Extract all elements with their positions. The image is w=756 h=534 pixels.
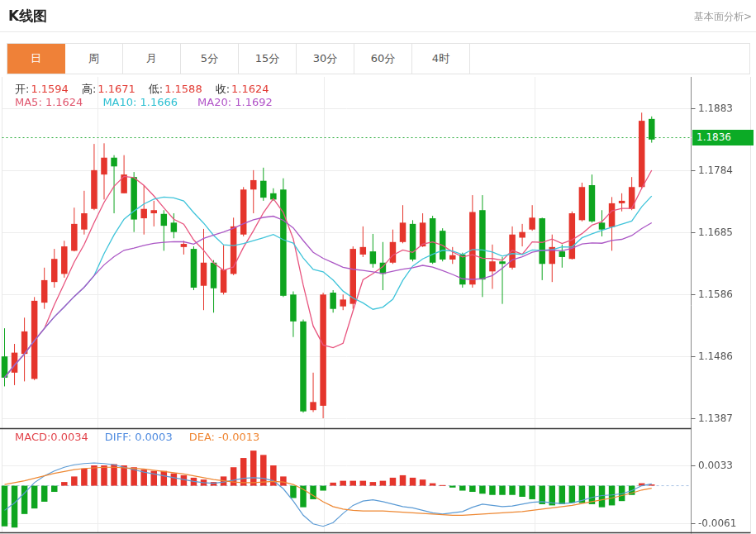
- tab-5min[interactable]: 5分: [181, 44, 239, 74]
- ma10-group: MA10: 1.1666: [102, 96, 178, 108]
- macd-readout: MACD:0.0034 DIFF: 0.0003 DEA: -0.0013: [15, 431, 259, 443]
- page-title: K线图: [8, 7, 47, 26]
- ma5-group: MA5: 1.1624: [15, 96, 83, 108]
- high-group: 高:1.1671: [82, 82, 136, 97]
- close-group: 收:1.1624: [216, 82, 269, 97]
- price-axis-label: 1.1486: [698, 350, 733, 362]
- tab-bar-filler: [470, 44, 749, 74]
- period-tab-bar: 日 周 月 5分 15分 30分 60分 4时: [7, 43, 750, 74]
- dea-value: -0.0013: [218, 431, 259, 443]
- low-value: 1.1588: [164, 83, 202, 95]
- diff-group: DIFF: 0.0003: [105, 431, 173, 443]
- tab-4hour[interactable]: 4时: [412, 44, 470, 74]
- ma10-label: MA10:: [102, 96, 140, 108]
- kline-widget: K线图 基本面分析> 日 周 月 5分 15分 30分 60分 4时 开:1.1…: [0, 0, 756, 534]
- open-group: 开:1.1594: [15, 82, 69, 97]
- ohlc-readout: 开:1.1594 高:1.1671 低:1.1588 收:1.1624: [15, 82, 269, 97]
- price-axis-label: 1.1586: [698, 288, 733, 300]
- high-value: 1.1671: [97, 83, 136, 95]
- ma-readout: MA5: 1.1624 MA10: 1.1666 MA20: 1.1692: [15, 96, 273, 108]
- tab-30min[interactable]: 30分: [297, 44, 354, 74]
- tab-15min[interactable]: 15分: [239, 44, 297, 74]
- ma20-group: MA20: 1.1692: [197, 96, 273, 108]
- diff-label: DIFF:: [105, 431, 135, 443]
- price-axis-label: 1.1685: [698, 226, 733, 238]
- tab-week[interactable]: 周: [65, 44, 123, 74]
- macd-label: MACD:: [15, 431, 50, 443]
- high-label: 高:: [82, 83, 96, 95]
- macd-group: MACD:0.0034: [15, 431, 88, 443]
- current-price-badge: 1.1836: [692, 130, 754, 145]
- dea-group: DEA: -0.0013: [189, 431, 260, 443]
- ma20-value: 1.1692: [235, 96, 273, 108]
- close-label: 收:: [216, 83, 230, 95]
- open-label: 开:: [15, 83, 29, 95]
- low-label: 低:: [149, 83, 163, 95]
- open-value: 1.1594: [31, 83, 69, 95]
- header-divider: [0, 31, 756, 32]
- price-axis-label: 1.1784: [698, 164, 733, 176]
- kline-chart-canvas[interactable]: [0, 0, 756, 534]
- ma20-label: MA20:: [197, 96, 235, 108]
- dea-label: DEA:: [189, 431, 218, 443]
- price-axis-label: 1.1387: [698, 412, 733, 424]
- macd-axis-label: 0.0033: [698, 460, 733, 471]
- macd-axis-label: -0.0061: [698, 517, 736, 529]
- diff-value: 0.0003: [135, 431, 173, 443]
- price-axis-label: 1.1883: [698, 103, 733, 114]
- low-group: 低:1.1588: [149, 82, 202, 97]
- fundamental-analysis-link[interactable]: 基本面分析>: [694, 10, 752, 24]
- ma5-label: MA5:: [15, 96, 45, 108]
- tab-60min[interactable]: 60分: [354, 44, 412, 74]
- macd-value: 0.0034: [50, 431, 88, 443]
- ma10-value: 1.1666: [140, 96, 178, 108]
- close-value: 1.1624: [231, 83, 269, 95]
- tab-day[interactable]: 日: [7, 44, 65, 74]
- tab-month[interactable]: 月: [123, 44, 181, 74]
- ma5-value: 1.1624: [45, 96, 83, 108]
